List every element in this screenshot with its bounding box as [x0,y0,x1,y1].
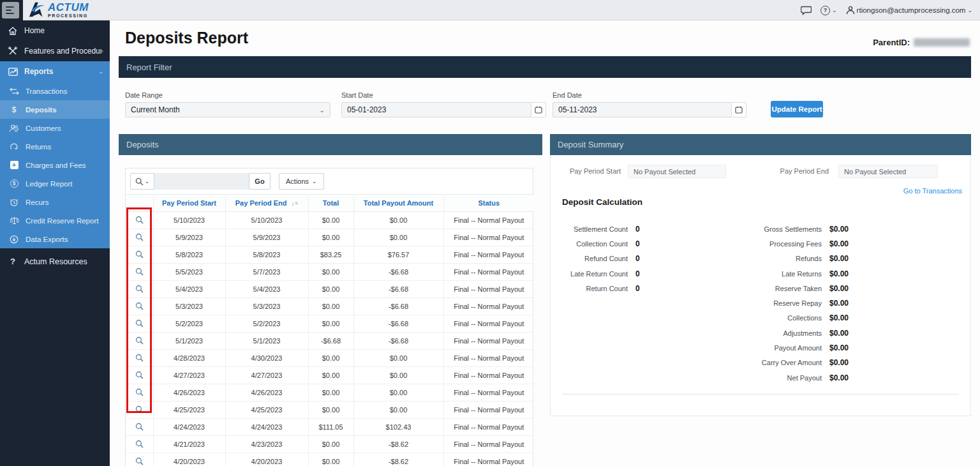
amount-value: $0.00 [829,254,849,263]
question-icon: ? [8,257,18,267]
table-cell: 5/4/2023 [225,281,308,298]
deposits-report-page: ACTUM PROCESSING ? ⌄ rtiongson@actumproc… [0,0,980,466]
chevron-icon: › [101,48,103,54]
menu-toggle-button[interactable] [2,2,19,19]
table-cell: Final -- Normal Payout [443,419,534,436]
sidebar-nav: HomeFeatures and Procedures›Reports⌄Tran… [0,20,110,466]
sidebar-item-label: Reports [24,67,98,76]
count-value: 0 [635,254,640,263]
topbar-actions: ? ⌄ rtiongson@actumprocessing.com ⌄ [801,0,972,20]
sidebar-item-label: Actum Resources [24,257,103,266]
row-detail-magnifier-button[interactable] [135,354,144,362]
user-menu-button[interactable]: rtiongson@actumprocessing.com ⌄ [846,6,972,15]
table-cell: $0.00 [308,453,353,466]
plus-square-icon: + [9,160,19,170]
row-detail-magnifier-button[interactable] [135,319,144,327]
sidebar-item-charges[interactable]: +Charges and Fees [0,156,110,174]
pay-period-end-field[interactable]: No Payout Selected [838,165,938,178]
deposit-summary-panel: Deposit Summary [550,134,971,155]
sidebar-item-transactions[interactable]: Transactions [0,82,110,100]
search-input[interactable] [154,173,249,190]
table-cell: $0.00 [308,229,353,246]
table-row: 5/10/20235/10/2023$0.00$0.00Final -- Nor… [126,212,534,229]
sidebar-item-label: Transactions [26,87,103,95]
row-detail-magnifier-button[interactable] [135,336,144,345]
amount-label: Reserve Taken [729,285,822,292]
sidebar-item-actum-resources[interactable]: ?Actum Resources [0,251,110,272]
row-detail-magnifier-button[interactable] [135,267,144,276]
table-cell: $0.00 [308,402,353,419]
table-header-pay-period-end[interactable]: Pay Period End ↓≡ [225,195,308,212]
start-date-input[interactable]: 05-01-2023 [341,102,531,117]
sidebar-item-data-exports[interactable]: Data Exports [0,230,110,248]
table-cell: $0.00 [308,384,353,402]
sidebar-item-deposits[interactable]: $Deposits [0,100,110,119]
chevron-down-icon: ⌄ [832,7,837,13]
dollar-icon: $ [9,105,19,115]
table-cell: 5/7/2023 [225,264,308,281]
row-detail-magnifier-button[interactable] [135,371,144,379]
table-cell: 4/27/2023 [153,367,225,384]
table-cell: -$6.68 [353,264,443,281]
sidebar-item-recurs[interactable]: Recurs [0,193,110,211]
table-header-status[interactable]: Status [443,195,534,212]
sidebar-item-home[interactable]: Home [0,20,110,41]
count-label: Refund Count [551,255,628,262]
table-cell: $0.00 [308,350,353,367]
actum-logo[interactable]: ACTUM PROCESSING [27,1,89,19]
row-detail-magnifier-button[interactable] [135,216,144,224]
update-report-button[interactable]: Update Report [771,101,823,117]
deposits-title: Deposits [126,140,159,149]
parent-id-redacted-value [914,38,970,47]
search-options-button[interactable]: ⌄ [130,173,154,190]
start-date-calendar-button[interactable] [531,102,546,117]
row-detail-magnifier-button[interactable] [135,250,144,259]
table-cell: Final -- Normal Payout [443,212,534,229]
table-cell: -$6.68 [353,281,443,298]
sidebar-item-label: Charges and Fees [26,162,103,169]
report-filter-title: Report Filter [126,63,172,72]
row-detail-magnifier-button[interactable] [135,388,144,396]
table-row: 5/1/20235/1/2023-$6.68-$6.68Final -- Nor… [126,333,534,350]
table-row: 5/8/20235/8/2023$83.25$76.57Final -- Nor… [126,246,534,264]
sidebar-item-credit-reserve[interactable]: Credit Reserve Report [0,211,110,230]
amount-label: Payout Amount [729,344,822,352]
row-detail-magnifier-button[interactable] [135,285,144,293]
start-date-value: 05-01-2023 [347,105,386,114]
people-icon [9,123,19,133]
chat-button[interactable] [801,6,812,15]
row-detail-magnifier-button[interactable] [135,457,144,465]
sidebar-item-features[interactable]: Features and Procedures› [0,41,110,61]
table-cell: 5/10/2023 [153,212,225,229]
table-row: 5/2/20235/2/2023$0.00-$6.68Final -- Norm… [126,315,534,333]
table-cell: $0.00 [353,229,443,246]
row-detail-magnifier-button[interactable] [135,302,144,310]
table-row: 4/21/20234/23/2023$0.00-$8.62Final -- No… [126,436,534,453]
search-go-button[interactable]: Go [249,173,271,190]
row-detail-magnifier-button[interactable] [135,405,144,414]
table-header-total-payout-amount[interactable]: Total Payout Amount [353,195,443,212]
row-detail-magnifier-button[interactable] [135,233,144,241]
pay-period-start-field[interactable]: No Payout Selected [628,165,726,178]
end-date-label: End Date [553,91,746,99]
report-filter-panel: Report Filter Date Range Current Month ⌄… [119,56,971,126]
sidebar-item-label: Credit Reserve Report [26,217,103,225]
table-cell: 5/9/2023 [225,229,308,246]
sidebar-item-customers[interactable]: Customers [0,119,110,137]
row-detail-magnifier-button[interactable] [135,440,144,448]
date-range-select[interactable]: Current Month ⌄ [125,102,330,117]
sidebar-item-label: Features and Procedures [24,47,101,56]
end-date-calendar-button[interactable] [732,102,746,117]
row-detail-magnifier-button[interactable] [135,423,144,431]
table-header-total[interactable]: Total [308,195,353,212]
sidebar-item-reports[interactable]: Reports⌄ [0,61,110,82]
actions-menu-button[interactable]: Actions ⌄ [279,173,324,190]
table-cell: $0.00 [308,281,353,298]
sidebar-item-ledger[interactable]: $Ledger Report [0,174,110,193]
table-header-pay-period-start[interactable]: Pay Period Start [153,195,225,212]
table-cell: $102.43 [353,419,443,436]
end-date-input[interactable]: 05-11-2023 [553,102,732,117]
help-menu-button[interactable]: ? ⌄ [820,6,837,15]
sidebar-item-returns[interactable]: Returns [0,137,110,156]
go-to-transactions-link[interactable]: Go to Transactions [903,187,962,195]
